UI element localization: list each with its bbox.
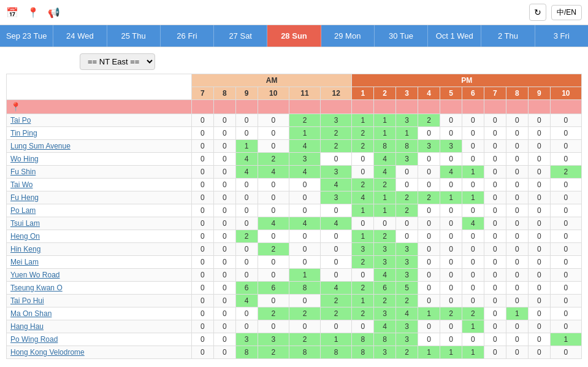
pin-spacer-cell <box>462 100 484 114</box>
data-cell: 0 <box>528 153 550 166</box>
row-name[interactable]: Ma On Shan <box>7 307 192 320</box>
date-button[interactable]: 29 Mon <box>321 25 375 47</box>
data-cell: 0 <box>528 140 550 153</box>
data-cell: 0 <box>506 114 528 127</box>
row-name[interactable]: Hang Hau <box>7 320 192 333</box>
row-name[interactable]: Tseung Kwan O <box>7 282 192 295</box>
empty-header <box>7 74 192 100</box>
location-icon[interactable]: 📍 <box>27 7 39 18</box>
megaphone-icon[interactable]: 📢 <box>48 7 60 18</box>
date-button[interactable]: 26 Fri <box>161 25 214 47</box>
data-cell: 4 <box>374 320 396 333</box>
pin-icon: 📍 <box>10 102 21 112</box>
row-name[interactable]: Po Wing Road <box>7 333 192 346</box>
refresh-button[interactable]: ↻ <box>529 4 546 21</box>
data-cell: 3 <box>258 333 289 346</box>
district-select[interactable]: == NT East == <box>80 53 155 70</box>
data-cell: 1 <box>440 346 462 359</box>
row-name[interactable]: Fu Shin <box>7 166 192 179</box>
language-button[interactable]: 中/EN <box>551 5 582 20</box>
data-cell: 0 <box>191 217 213 230</box>
data-cell: 0 <box>191 230 213 243</box>
table-row: Hong Kong Velodrome0082888321110000 <box>7 346 582 359</box>
data-cell: 0 <box>484 307 506 320</box>
data-cell: 0 <box>191 295 213 307</box>
data-cell: 0 <box>440 295 462 307</box>
data-cell: 2 <box>352 140 374 153</box>
data-cell: 0 <box>528 346 550 359</box>
data-cell: 0 <box>462 295 484 307</box>
row-name[interactable]: Mei Lam <box>7 256 192 269</box>
data-cell: 0 <box>258 191 289 204</box>
calendar-icon[interactable]: 📅 <box>6 7 18 18</box>
data-cell: 0 <box>213 307 235 320</box>
data-cell: 2 <box>440 307 462 320</box>
date-button[interactable]: 28 Sun <box>267 25 321 47</box>
row-name[interactable]: Tai Wo <box>7 179 192 191</box>
data-cell: 0 <box>235 256 258 269</box>
toolbar-icons: 📅 📍 📢 <box>6 7 529 18</box>
data-cell: 0 <box>191 166 213 179</box>
data-cell: 0 <box>418 166 440 179</box>
data-cell: 0 <box>550 191 581 204</box>
date-button[interactable]: Oct 1 Wed <box>428 25 481 47</box>
date-button[interactable]: 30 Tue <box>375 25 428 47</box>
data-cell: 2 <box>321 307 352 320</box>
row-name[interactable]: Yuen Wo Road <box>7 269 192 282</box>
row-name[interactable]: Hin Keng <box>7 243 192 256</box>
data-cell: 4 <box>235 166 258 179</box>
data-cell: 0 <box>528 333 550 346</box>
date-button[interactable]: Sep 23 Tue <box>0 25 53 47</box>
data-cell: 2 <box>235 230 258 243</box>
row-name[interactable]: Tai Po Hui <box>7 295 192 307</box>
date-button[interactable]: 24 Wed <box>53 25 107 47</box>
data-cell: 8 <box>289 346 320 359</box>
date-button[interactable]: 25 Thu <box>107 25 161 47</box>
row-name[interactable]: Tsui Lam <box>7 217 192 230</box>
date-button[interactable]: 3 Fri <box>535 25 588 47</box>
pm-hour-header: 9 <box>528 87 550 100</box>
data-cell: 2 <box>352 179 374 191</box>
data-cell: 3 <box>396 333 418 346</box>
data-cell: 0 <box>506 333 528 346</box>
data-cell: 0 <box>440 230 462 243</box>
filter-row: == NT East == <box>6 53 582 70</box>
pin-spacer-cell <box>321 100 352 114</box>
data-cell: 0 <box>374 217 396 230</box>
data-cell: 3 <box>321 114 352 127</box>
row-name[interactable]: Lung Sum Avenue <box>7 140 192 153</box>
data-cell: 1 <box>374 204 396 217</box>
data-cell: 0 <box>506 191 528 204</box>
data-cell: 1 <box>289 127 320 140</box>
data-cell: 2 <box>418 191 440 204</box>
row-name[interactable]: Tai Po <box>7 114 192 127</box>
data-cell: 2 <box>321 295 352 307</box>
row-name[interactable]: Hong Kong Velodrome <box>7 346 192 359</box>
row-name[interactable]: Heng On <box>7 230 192 243</box>
data-cell: 0 <box>418 153 440 166</box>
row-name[interactable]: Tin Ping <box>7 127 192 140</box>
data-cell: 2 <box>550 166 581 179</box>
data-cell: 0 <box>289 243 320 256</box>
row-name[interactable]: Wo Hing <box>7 153 192 166</box>
data-cell: 2 <box>258 346 289 359</box>
data-cell: 1 <box>352 230 374 243</box>
data-cell: 0 <box>528 204 550 217</box>
data-cell: 4 <box>462 217 484 230</box>
table-row: Lung Sum Avenue0010422883300000 <box>7 140 582 153</box>
date-button[interactable]: 27 Sat <box>214 25 267 47</box>
data-cell: 0 <box>418 320 440 333</box>
data-cell: 2 <box>352 307 374 320</box>
data-cell: 0 <box>550 153 581 166</box>
data-cell: 0 <box>528 320 550 333</box>
data-cell: 0 <box>550 230 581 243</box>
data-cell: 0 <box>289 230 320 243</box>
data-cell: 0 <box>462 256 484 269</box>
main-content: == NT East == AM PM 78910111212345678910… <box>0 47 588 365</box>
am-hour-header: 10 <box>258 87 289 100</box>
row-name[interactable]: Fu Heng <box>7 191 192 204</box>
data-cell: 0 <box>213 140 235 153</box>
date-button[interactable]: 2 Thu <box>481 25 535 47</box>
row-name[interactable]: Po Lam <box>7 204 192 217</box>
data-cell: 1 <box>418 346 440 359</box>
